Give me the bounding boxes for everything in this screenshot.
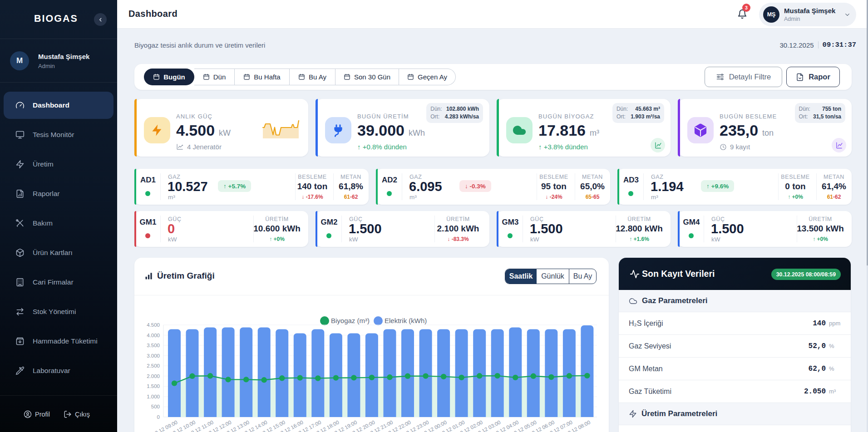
svg-text:Elektrik (kWh): Elektrik (kWh)	[385, 317, 427, 324]
svg-text:0: 0	[157, 414, 160, 420]
svg-text:3.000: 3.000	[147, 353, 160, 358]
svg-text:Biyogaz (m³): Biyogaz (m³)	[331, 317, 370, 324]
svg-text:3.500: 3.500	[147, 343, 160, 348]
svg-text:4.000: 4.000	[147, 333, 160, 338]
svg-text:500: 500	[151, 404, 160, 409]
svg-text:4.500: 4.500	[147, 322, 160, 328]
svg-text:1.000: 1.000	[147, 394, 160, 399]
svg-text:1.500: 1.500	[147, 383, 160, 389]
svg-text:2.000: 2.000	[147, 373, 160, 379]
svg-text:2.500: 2.500	[147, 363, 160, 368]
